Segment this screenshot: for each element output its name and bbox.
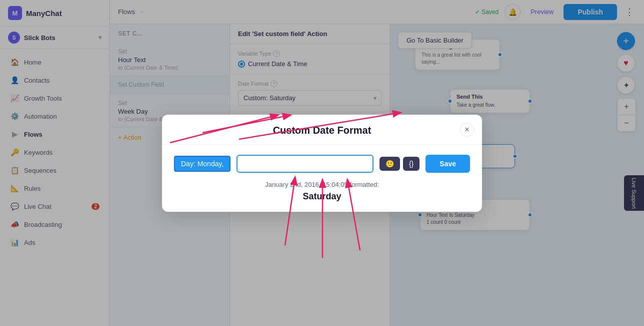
modal-body: Day: Monday, 🙂 {} Save January 2nd, 2016…: [162, 145, 482, 212]
modal-header: Custom Date Format ×: [162, 115, 482, 145]
custom-date-format-modal: Custom Date Format × Day: Monday, 🙂 {} S…: [162, 115, 482, 212]
modal-overlay: Custom Date Format × Day: Monday, 🙂 {} S…: [0, 0, 644, 326]
date-format-tag[interactable]: Day: Monday,: [174, 156, 230, 172]
modal-close-button[interactable]: ×: [460, 123, 474, 137]
modal-emoji-row: 🙂 {}: [380, 157, 420, 171]
modal-save-button[interactable]: Save: [426, 155, 470, 173]
emoji-button[interactable]: 🙂: [380, 157, 400, 171]
date-format-input[interactable]: [236, 155, 374, 173]
modal-title: Custom Date Format: [273, 125, 372, 136]
modal-preview-result: Saturday: [174, 191, 470, 202]
modal-input-row: Day: Monday, 🙂 {} Save: [174, 155, 470, 173]
modal-preview-text: January 2nd, 2016, 15:04:05 formatted:: [174, 181, 470, 188]
braces-button[interactable]: {}: [403, 157, 420, 171]
